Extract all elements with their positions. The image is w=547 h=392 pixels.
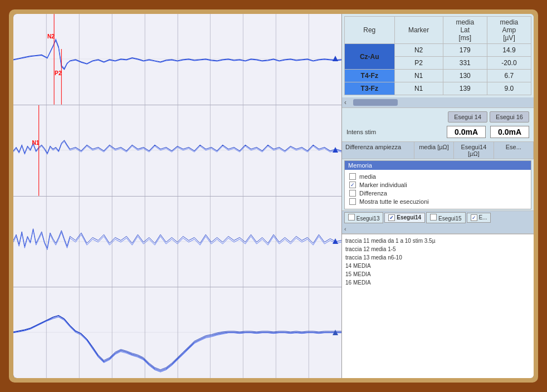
check-mostra[interactable] — [349, 198, 356, 205]
marker-p2: P2 — [394, 57, 443, 70]
traccia-line-5: 15 MEDIA — [345, 270, 530, 278]
svg-text:N2: N2 — [47, 33, 55, 40]
lat-n2: 179 — [443, 44, 487, 57]
reg-t4-fz: T4-Fz — [345, 70, 395, 82]
col-lat: mediaLat[ms] — [443, 17, 487, 44]
tab-esegui14[interactable]: ✓ Esegui14 — [384, 213, 425, 223]
diff-col-1: Differenza ampiezza — [342, 142, 414, 159]
col-reg: Reg — [345, 17, 395, 44]
check-esegui14[interactable]: ✓ — [388, 214, 395, 221]
memoria-item-media[interactable]: media — [349, 173, 526, 180]
amp-n2: 14.9 — [487, 44, 531, 57]
channel-row-3 — [13, 197, 341, 288]
esegui-tabs: Esegui13 ✓ Esegui14 Esegui15 ✓ — [342, 210, 534, 224]
table-row-1: Cz-Au N2 179 14.9 — [345, 44, 531, 57]
check-marker[interactable]: ✓ — [349, 182, 356, 188]
diff-col-4: Ese... — [494, 142, 534, 159]
tab-esegui-extra[interactable]: ✓ E... — [467, 213, 491, 223]
differenza-section: Differenza ampiezza media [µΩ] Esegui14 … — [342, 141, 534, 159]
scroll-arrow-row: ‹ — [342, 224, 534, 234]
memoria-item-mostra[interactable]: Mostra tutte le esecuzioni — [349, 198, 526, 205]
reg-t3-fz: T3-Fz — [345, 82, 395, 95]
memoria-section: Memoria media ✓ Marker individuali Diffe… — [344, 160, 531, 209]
channel-label-4 — [331, 329, 339, 337]
svg-marker-38 — [333, 238, 338, 244]
table-row-4: T3-Fz N1 139 9.0 — [345, 82, 531, 95]
check-differenza[interactable] — [349, 190, 356, 197]
memoria-item-marker[interactable]: ✓ Marker individuali — [349, 182, 526, 188]
svg-marker-27 — [333, 147, 338, 153]
amp-t4-n1: 6.7 — [487, 70, 531, 82]
channel-label-3 — [331, 237, 339, 246]
traccia-line-4: 14 MEDIA — [345, 262, 530, 270]
lat-p2: 331 — [443, 57, 487, 70]
col-marker: Marker — [394, 17, 443, 44]
waveform-panel: N2 P2 — [13, 14, 341, 378]
scrollbar-thumb[interactable] — [353, 99, 398, 106]
intens-val2: 0.0mA — [490, 126, 529, 138]
check-esegui15[interactable] — [430, 214, 437, 220]
marker-t4-n1: N1 — [394, 70, 443, 82]
svg-text:P2: P2 — [55, 70, 62, 76]
data-table: Reg Marker mediaLat[ms] mediaAmp[µV] Cz-… — [344, 16, 531, 95]
check-esegui-extra[interactable]: ✓ — [471, 214, 477, 221]
scrollbar-row: ‹ — [342, 97, 534, 107]
label-marker: Marker individuali — [359, 182, 407, 188]
traccia-section: traccia 11 media da 1 a 10 stim 3.5µ tra… — [342, 234, 534, 378]
intens-val1: 0.0mA — [447, 126, 486, 138]
amp-p2: -20.0 — [487, 57, 531, 70]
outer-frame: N2 P2 — [9, 9, 538, 383]
traccia-line-1: traccia 11 media da 1 a 10 stim 3.5µ — [345, 237, 530, 245]
channel-label-1 — [331, 55, 339, 63]
inner-container: N2 P2 — [13, 14, 534, 378]
label-mostra: Mostra tutte le esecuzioni — [359, 198, 429, 205]
right-panel: Reg Marker mediaLat[ms] mediaAmp[µV] Cz-… — [341, 14, 534, 378]
traccia-line-3: traccia 13 media n6-10 — [345, 253, 530, 262]
channel-row-2: N1 — [13, 105, 341, 197]
marker-t3-n1: N1 — [394, 82, 443, 95]
scroll-left-icon[interactable]: ‹ — [344, 226, 346, 232]
esegui-header: Esegui 14 Esegui 16 — [346, 111, 529, 122]
diff-col-2: media [µΩ] — [414, 142, 454, 159]
memoria-item-differenza[interactable]: Differenza — [349, 190, 526, 197]
reg-cz-au: Cz-Au — [345, 44, 395, 70]
esegui-section: Esegui 14 Esegui 16 Intens stim 0.0mA 0.… — [342, 107, 534, 141]
intens-label: Intens stim — [346, 129, 442, 135]
channel-label-2 — [331, 146, 339, 155]
intens-row: Intens stim 0.0mA 0.0mA — [346, 126, 529, 138]
svg-marker-14 — [333, 56, 338, 61]
check-media[interactable] — [349, 173, 356, 180]
amp-t3-n1: 9.0 — [487, 82, 531, 95]
traccia-line-6: 16 MEDIA — [345, 278, 530, 287]
differenza-header: Differenza ampiezza media [µΩ] Esegui14 … — [342, 142, 534, 159]
lat-t3-n1: 139 — [443, 82, 487, 95]
channel-row-1: N2 P2 — [13, 14, 341, 105]
tab-esegui13[interactable]: Esegui13 — [344, 212, 383, 223]
svg-text:N1: N1 — [32, 140, 40, 146]
col-amp: mediaAmp[µV] — [487, 17, 531, 44]
esegui-14-btn[interactable]: Esegui 14 — [448, 111, 487, 122]
channel-row-4 — [13, 287, 341, 378]
table-row-3: T4-Fz N1 130 6.7 — [345, 70, 531, 82]
svg-marker-49 — [333, 330, 338, 335]
table-section: Reg Marker mediaLat[ms] mediaAmp[µV] Cz-… — [342, 14, 534, 97]
label-differenza: Differenza — [359, 190, 387, 197]
check-esegui13[interactable] — [348, 214, 355, 220]
traccia-line-2: traccia 12 media 1-5 — [345, 245, 530, 253]
diff-col-3: Esegui14 [µΩ] — [454, 142, 494, 159]
lat-t4-n1: 130 — [443, 70, 487, 82]
memoria-title: Memoria — [345, 161, 531, 170]
tab-esegui15[interactable]: Esegui15 — [426, 212, 465, 223]
marker-n2: N2 — [394, 44, 443, 57]
esegui-16-btn[interactable]: Esegui 16 — [490, 111, 529, 122]
scroll-left-btn[interactable]: ‹ — [344, 99, 346, 106]
label-media: media — [359, 173, 376, 180]
